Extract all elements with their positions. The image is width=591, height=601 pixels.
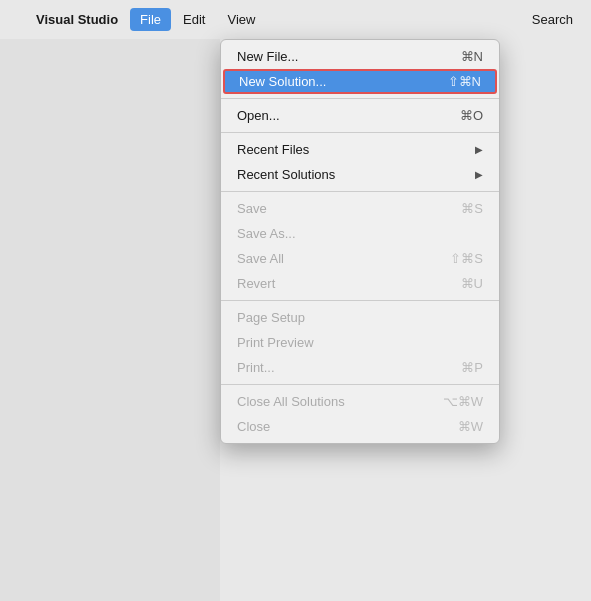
separator-2 [221,132,499,133]
print-preview-label: Print Preview [237,335,463,350]
close-shortcut: ⌘W [458,419,483,434]
separator-4 [221,300,499,301]
menu-item-new-solution[interactable]: New Solution... ⇧⌘N [223,69,497,94]
save-label: Save [237,201,441,216]
menu-item-save-as[interactable]: Save As... [221,221,499,246]
app-name: Visual Studio [26,8,128,31]
save-all-shortcut: ⇧⌘S [450,251,483,266]
separator-5 [221,384,499,385]
save-as-label: Save As... [237,226,463,241]
menu-search[interactable]: Search [522,8,583,31]
close-all-solutions-shortcut: ⌥⌘W [443,394,483,409]
menu-item-save-all[interactable]: Save All ⇧⌘S [221,246,499,271]
new-solution-label: New Solution... [239,74,428,89]
menu-item-recent-solutions[interactable]: Recent Solutions ▶ [221,162,499,187]
print-shortcut: ⌘P [461,360,483,375]
save-shortcut: ⌘S [461,201,483,216]
menu-item-revert[interactable]: Revert ⌘U [221,271,499,296]
separator-1 [221,98,499,99]
page-setup-label: Page Setup [237,310,463,325]
open-shortcut: ⌘O [460,108,483,123]
menu-item-page-setup[interactable]: Page Setup [221,305,499,330]
menu-view[interactable]: View [217,8,265,31]
apple-logo-icon[interactable] [8,16,24,24]
open-label: Open... [237,108,440,123]
menu-item-save[interactable]: Save ⌘S [221,196,499,221]
menu-item-close-all-solutions[interactable]: Close All Solutions ⌥⌘W [221,389,499,414]
recent-files-label: Recent Files [237,142,475,157]
new-file-shortcut: ⌘N [461,49,483,64]
menu-edit[interactable]: Edit [173,8,215,31]
file-dropdown-menu: New File... ⌘N New Solution... ⇧⌘N Open.… [220,39,500,444]
menu-item-new-file[interactable]: New File... ⌘N [221,44,499,69]
revert-label: Revert [237,276,441,291]
print-label: Print... [237,360,441,375]
menubar: Visual Studio File Edit View Search [0,0,591,39]
menu-item-print-preview[interactable]: Print Preview [221,330,499,355]
new-file-label: New File... [237,49,441,64]
separator-3 [221,191,499,192]
menu-item-close[interactable]: Close ⌘W [221,414,499,439]
submenu-arrow-icon: ▶ [475,144,483,155]
menu-file[interactable]: File [130,8,171,31]
close-all-solutions-label: Close All Solutions [237,394,423,409]
submenu-arrow-icon-2: ▶ [475,169,483,180]
save-all-label: Save All [237,251,430,266]
revert-shortcut: ⌘U [461,276,483,291]
recent-solutions-label: Recent Solutions [237,167,475,182]
menu-item-print[interactable]: Print... ⌘P [221,355,499,380]
new-solution-shortcut: ⇧⌘N [448,74,481,89]
close-label: Close [237,419,438,434]
menu-item-recent-files[interactable]: Recent Files ▶ [221,137,499,162]
menu-item-open[interactable]: Open... ⌘O [221,103,499,128]
sidebar-panel [0,39,220,601]
